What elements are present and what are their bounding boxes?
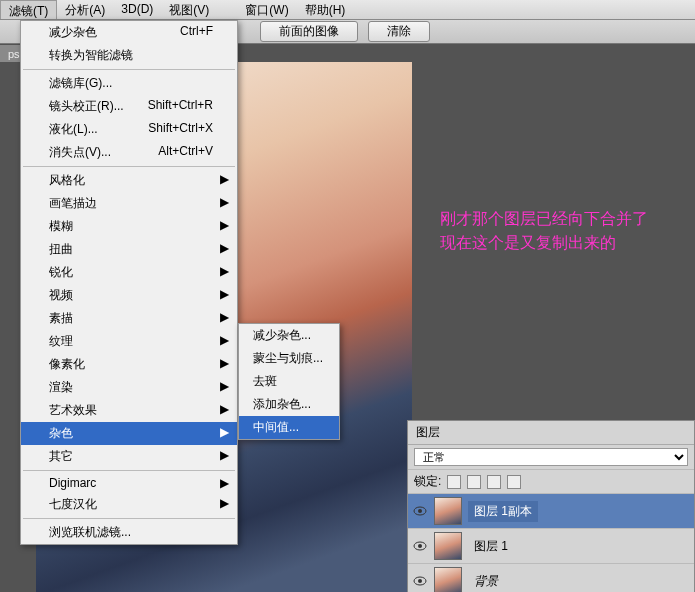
menu-render[interactable]: 渲染▶: [21, 376, 237, 399]
layer-thumbnail: [434, 497, 462, 525]
visibility-icon[interactable]: [412, 539, 428, 553]
svg-point-3: [418, 544, 422, 548]
menubar: 滤镜(T) 分析(A) 3D(D) 视图(V) 窗口(W) 帮助(H): [0, 0, 695, 20]
lock-position-icon[interactable]: [487, 475, 501, 489]
layer-row[interactable]: 背景: [408, 564, 694, 592]
visibility-icon[interactable]: [412, 504, 428, 518]
layer-name: 图层 1: [468, 536, 514, 557]
menu-other[interactable]: 其它▶: [21, 445, 237, 468]
menu-distort[interactable]: 扭曲▶: [21, 238, 237, 261]
menu-view[interactable]: 视图(V): [161, 0, 217, 19]
menu-help[interactable]: 帮助(H): [297, 0, 354, 19]
layer-row[interactable]: 图层 1副本: [408, 494, 694, 529]
noise-submenu: 减少杂色... 蒙尘与划痕... 去斑 添加杂色... 中间值...: [238, 323, 340, 440]
submenu-add-noise[interactable]: 添加杂色...: [239, 393, 339, 416]
submenu-reduce-noise[interactable]: 减少杂色...: [239, 324, 339, 347]
svg-point-1: [418, 509, 422, 513]
layer-name: 图层 1副本: [468, 501, 538, 522]
menu-blur[interactable]: 模糊▶: [21, 215, 237, 238]
layer-thumbnail: [434, 567, 462, 592]
annotation-line2: 现在这个是又复制出来的: [440, 231, 648, 255]
menu-window[interactable]: 窗口(W): [237, 0, 296, 19]
menu-smart-filter[interactable]: 转换为智能滤镜: [21, 44, 237, 67]
submenu-median[interactable]: 中间值...: [239, 416, 339, 439]
menu-filter-gallery[interactable]: 滤镜库(G)...: [21, 72, 237, 95]
lock-all-icon[interactable]: [507, 475, 521, 489]
menu-sharpen[interactable]: 锐化▶: [21, 261, 237, 284]
layer-thumbnail: [434, 532, 462, 560]
clear-button[interactable]: 清除: [368, 21, 430, 42]
menu-lens-correction[interactable]: 镜头校正(R)...Shift+Ctrl+R: [21, 95, 237, 118]
filter-dropdown: 减少杂色Ctrl+F 转换为智能滤镜 滤镜库(G)... 镜头校正(R)...S…: [20, 20, 238, 545]
menu-vanishing-point[interactable]: 消失点(V)...Alt+Ctrl+V: [21, 141, 237, 164]
submenu-despeckle[interactable]: 去斑: [239, 370, 339, 393]
layers-panel: 图层 正常 锁定: 图层 1副本 图层 1 背景: [407, 420, 695, 592]
lock-transparent-icon[interactable]: [447, 475, 461, 489]
svg-point-5: [418, 579, 422, 583]
menu-filter[interactable]: 滤镜(T): [0, 0, 57, 19]
submenu-dust-scratches[interactable]: 蒙尘与划痕...: [239, 347, 339, 370]
menu-analysis[interactable]: 分析(A): [57, 0, 113, 19]
menu-artistic[interactable]: 艺术效果▶: [21, 399, 237, 422]
menu-noise[interactable]: 杂色▶: [21, 422, 237, 445]
menu-pixelate[interactable]: 像素化▶: [21, 353, 237, 376]
lock-row: 锁定:: [408, 470, 694, 494]
annotation-line1: 刚才那个图层已经向下合并了: [440, 207, 648, 231]
menu-3d[interactable]: 3D(D): [113, 0, 161, 19]
prev-image-button[interactable]: 前面的图像: [260, 21, 358, 42]
layer-row[interactable]: 图层 1: [408, 529, 694, 564]
layers-tab[interactable]: 图层: [408, 421, 694, 445]
menu-reduce-noise[interactable]: 减少杂色Ctrl+F: [21, 21, 237, 44]
blend-mode-select[interactable]: 正常: [414, 448, 688, 466]
lock-label: 锁定:: [414, 473, 441, 490]
menu-sketch[interactable]: 素描▶: [21, 307, 237, 330]
menu-browse-online[interactable]: 浏览联机滤镜...: [21, 521, 237, 544]
lock-image-icon[interactable]: [467, 475, 481, 489]
menu-texture[interactable]: 纹理▶: [21, 330, 237, 353]
menu-digimarc[interactable]: Digimarc▶: [21, 473, 237, 493]
layer-name: 背景: [468, 571, 504, 592]
annotation-text: 刚才那个图层已经向下合并了 现在这个是又复制出来的: [440, 207, 648, 255]
menu-liquify[interactable]: 液化(L)...Shift+Ctrl+X: [21, 118, 237, 141]
menu-brush-strokes[interactable]: 画笔描边▶: [21, 192, 237, 215]
visibility-icon[interactable]: [412, 574, 428, 588]
menu-video[interactable]: 视频▶: [21, 284, 237, 307]
menu-stylize[interactable]: 风格化▶: [21, 169, 237, 192]
menu-qidu[interactable]: 七度汉化▶: [21, 493, 237, 516]
